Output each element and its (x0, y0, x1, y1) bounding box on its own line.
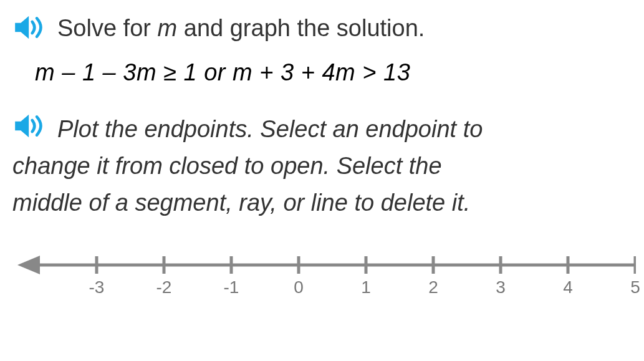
tick-label: -1 (224, 277, 239, 297)
question-row: Solve for m and graph the solution. (12, 12, 632, 44)
question-suffix: and graph the solution. (177, 15, 425, 41)
instructions: Plot the endpoints. Select an endpoint t… (12, 111, 632, 221)
tick-label: 4 (563, 277, 573, 297)
equation-row: m – 1 – 3m ≥ 1 or m + 3 + 4m > 13 (12, 59, 632, 86)
number-line-svg[interactable] (12, 246, 636, 284)
svg-marker-1 (17, 256, 40, 274)
inequality-expression: m – 1 – 3m ≥ 1 or m + 3 + 4m > 13 (35, 59, 410, 85)
instructions-line2: change it from closed to open. Select th… (12, 148, 632, 185)
tick-label: 5 (630, 277, 640, 297)
tick-label: -2 (156, 277, 172, 297)
instructions-line1: Plot the endpoints. Select an endpoint t… (57, 111, 483, 148)
speaker-icon[interactable] (12, 112, 47, 140)
speaker-icon[interactable] (12, 14, 47, 41)
number-line[interactable]: -3-2-1012345 (12, 246, 632, 302)
tick-label: 1 (361, 277, 371, 297)
tick-label: 3 (496, 277, 506, 297)
tick-label: 0 (294, 277, 304, 297)
question-prefix: Solve for (57, 15, 158, 41)
tick-label: 2 (428, 277, 438, 297)
instructions-line3: middle of a segment, ray, or line to del… (12, 185, 632, 221)
question-variable: m (158, 15, 178, 41)
question-text: Solve for m and graph the solution. (57, 12, 425, 44)
tick-label: -3 (89, 277, 105, 297)
